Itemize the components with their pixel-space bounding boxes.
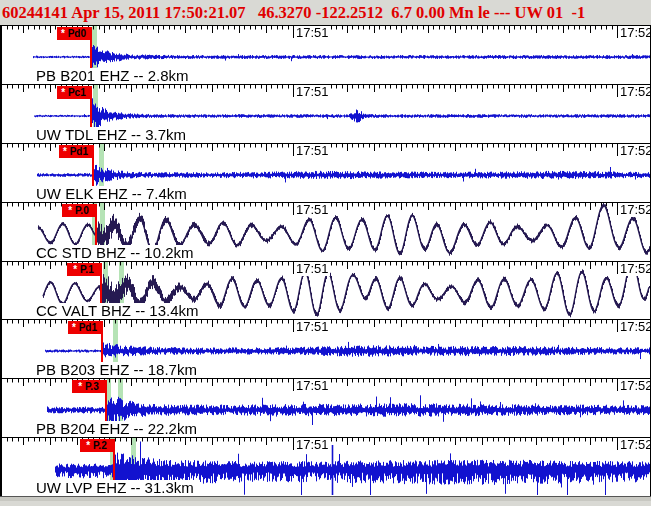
station-label[interactable]: PB B203 EHZ -- 18.7km — [34, 362, 200, 378]
pick-label: P.0 — [75, 205, 89, 216]
station-label[interactable]: UW LVP EHZ -- 31.3km — [34, 480, 197, 496]
pick-star-icon: * — [61, 87, 68, 98]
pick-flag[interactable]: * Pc1 — [57, 86, 90, 99]
pick-label: Pd1 — [70, 146, 88, 157]
time-label-minute1: 17:51 — [295, 262, 330, 276]
time-label-minute1: 17:51 — [295, 438, 330, 452]
trace-panel: 17:51 17:52 * P.3 PB B204 EHZ -- 22.2km — [2, 378, 650, 437]
time-label-minute2: 17:52 — [619, 379, 650, 393]
pick-star-icon: * — [63, 146, 70, 157]
station-label[interactable]: UW TDL EHZ -- 3.7km — [34, 127, 189, 143]
trace-panel: 17:51 17:52 * Pc1 UW TDL EHZ -- 3.7km — [2, 84, 650, 143]
trace-panel: 17:51 17:52 * Pd1 PB B203 EHZ -- 18.7km — [2, 319, 650, 378]
pick-label: Pc1 — [68, 87, 86, 98]
station-label[interactable]: PB B201 EHZ -- 2.8km — [34, 68, 192, 84]
trace-panel: 17:51 17:52 * P.1 CC VALT BHZ -- 13.4km — [2, 261, 650, 320]
pick-label: Pd0 — [68, 28, 86, 39]
station-label[interactable]: PB B204 EHZ -- 22.2km — [34, 421, 200, 437]
pick-label: Pd1 — [79, 322, 97, 333]
time-label-minute1: 17:51 — [295, 26, 330, 40]
time-label-minute1: 17:51 — [295, 144, 330, 158]
time-label-minute2: 17:52 — [619, 26, 650, 40]
trace-panels: 17:51 17:52 * Pd0 PB B201 EHZ -- 2.8km 1… — [0, 25, 651, 496]
bottom-edge — [0, 496, 651, 501]
station-label[interactable]: UW ELK EHZ -- 7.4km — [34, 186, 190, 202]
pick-star-icon: * — [86, 440, 93, 451]
trace-panel: 17:51 17:52 * Pd1 UW ELK EHZ -- 7.4km — [2, 143, 650, 202]
pick-flag[interactable]: * Pd1 — [59, 145, 92, 158]
pick-star-icon: * — [61, 28, 68, 39]
pick-star-icon: * — [72, 322, 79, 333]
time-label-minute1: 17:51 — [295, 85, 330, 99]
pick-flag[interactable]: * Pd1 — [68, 321, 101, 334]
pick-star-icon: * — [73, 264, 80, 275]
station-label[interactable]: CC VALT BHZ -- 13.4km — [34, 303, 202, 319]
time-label-minute1: 17:51 — [295, 203, 330, 217]
pick-flag[interactable]: * P.2 — [80, 439, 113, 452]
pick-star-icon: * — [78, 381, 85, 392]
event-header: 60244141 Apr 15, 2011 17:50:21.07 46.327… — [0, 0, 651, 25]
pick-flag[interactable]: * Pd0 — [57, 27, 90, 40]
time-label-minute2: 17:52 — [619, 438, 650, 452]
pick-flag[interactable]: * P.0 — [62, 204, 95, 217]
pick-star-icon: * — [68, 205, 75, 216]
station-label[interactable]: CC STD BHZ -- 10.2km — [34, 245, 197, 261]
time-label-minute1: 17:51 — [295, 379, 330, 393]
waveform-viewer-window: 60244141 Apr 15, 2011 17:50:21.07 46.327… — [0, 0, 651, 506]
pick-flag[interactable]: * P.1 — [67, 263, 100, 276]
time-label-minute1: 17:51 — [295, 320, 330, 334]
pick-label: P.1 — [80, 264, 94, 275]
pick-flag[interactable]: * P.3 — [72, 380, 105, 393]
trace-panel: 17:51 17:52 * P.2 UW LVP EHZ -- 31.3km — [2, 437, 650, 496]
time-label-minute2: 17:52 — [619, 203, 650, 217]
time-label-minute2: 17:52 — [619, 144, 650, 158]
time-label-minute2: 17:52 — [619, 262, 650, 276]
time-label-minute2: 17:52 — [619, 85, 650, 99]
pick-label: P.3 — [85, 381, 99, 392]
trace-panel: 17:51 17:52 * P.0 CC STD BHZ -- 10.2km — [2, 202, 650, 261]
trace-panel: 17:51 17:52 * Pd0 PB B201 EHZ -- 2.8km — [2, 25, 650, 84]
time-label-minute2: 17:52 — [619, 320, 650, 334]
pick-label: P.2 — [93, 440, 107, 451]
